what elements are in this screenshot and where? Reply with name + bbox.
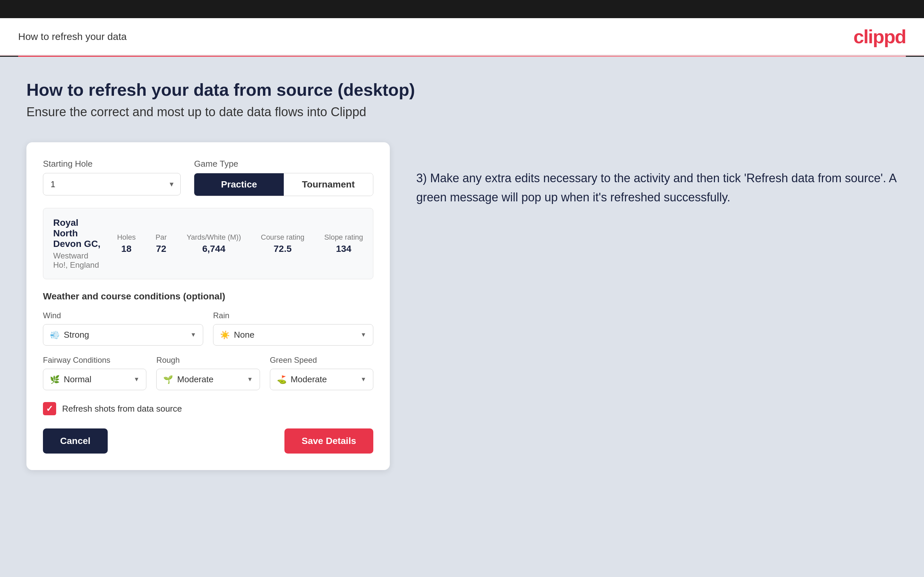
tournament-button[interactable]: Tournament [284,173,373,196]
form-card: Starting Hole 1 2 10 ▼ Game Type Practic… [26,142,390,470]
rain-icon: ☀️ [220,330,230,340]
fairway-group: Fairway Conditions 🌿 Normal ▼ [43,356,146,390]
wind-value: Strong [64,330,186,340]
course-row: Royal North Devon GC, Westward Ho!, Engl… [43,208,373,279]
rain-chevron-icon: ▼ [360,331,367,338]
par-label: Par [156,233,167,242]
header: How to refresh your data clippd [0,18,924,56]
slope-rating-value: 134 [325,243,363,254]
rough-value: Moderate [177,374,243,385]
fairway-chevron-icon: ▼ [134,376,140,383]
par-value: 72 [156,243,167,254]
practice-button[interactable]: Practice [194,173,283,196]
green-speed-group: Green Speed ⛳ Moderate ▼ [270,356,373,390]
holes-label: Holes [117,233,136,242]
weather-section-title: Weather and course conditions (optional) [43,291,373,302]
course-stats: Holes 18 Par 72 Yards/White (M)) 6,744 C… [117,233,363,254]
refresh-checkbox-row: ✓ Refresh shots from data source [43,402,373,415]
fairway-select[interactable]: 🌿 Normal ▼ [43,369,146,390]
rough-group: Rough 🌱 Moderate ▼ [156,356,260,390]
cancel-button[interactable]: Cancel [43,429,108,453]
rough-label: Rough [156,356,260,365]
green-speed-label: Green Speed [270,356,373,365]
wind-select[interactable]: 💨 Strong ▼ [43,324,203,346]
starting-hole-label: Starting Hole [43,159,181,169]
top-bar [0,0,924,18]
starting-hole-group: Starting Hole 1 2 10 ▼ [43,159,181,196]
footer: Copyright Clippd 2022 [0,569,924,577]
checkmark-icon: ✓ [46,404,53,414]
game-type-label: Game Type [194,159,373,169]
rain-value: None [234,330,357,340]
wind-conditions-row: Wind 💨 Strong ▼ Rain ☀️ None ▼ [43,311,373,346]
rain-group: Rain ☀️ None ▼ [213,311,373,346]
course-name: Royal North Devon GC, [53,218,104,249]
top-form-row: Starting Hole 1 2 10 ▼ Game Type Practic… [43,159,373,196]
rain-label: Rain [213,311,373,320]
button-row: Cancel Save Details [43,429,373,453]
wind-group: Wind 💨 Strong ▼ [43,311,203,346]
fairway-value: Normal [64,374,130,385]
side-description: 3) Make any extra edits necessary to the… [416,169,898,206]
green-speed-value: Moderate [291,374,357,385]
page-title: How to refresh your data from source (de… [26,80,898,100]
par-stat: Par 72 [156,233,167,254]
slope-rating-label: Slope rating [325,233,363,242]
wind-chevron-icon: ▼ [190,331,196,338]
wind-label: Wind [43,311,203,320]
course-rating-value: 72.5 [261,243,305,254]
content-area: Starting Hole 1 2 10 ▼ Game Type Practic… [26,142,898,470]
starting-hole-select[interactable]: 1 2 10 [43,173,181,195]
save-button[interactable]: Save Details [284,429,373,453]
course-rating-stat: Course rating 72.5 [261,233,305,254]
fairway-icon: 🌿 [50,375,60,384]
rough-chevron-icon: ▼ [247,376,253,383]
holes-stat: Holes 18 [117,233,136,254]
slope-rating-stat: Slope rating 134 [325,233,363,254]
yards-stat: Yards/White (M)) 6,744 [187,233,241,254]
side-text-area: 3) Make any extra edits necessary to the… [416,142,898,206]
game-type-toggle: Practice Tournament [194,173,373,196]
refresh-label: Refresh shots from data source [62,404,182,414]
logo: clippd [853,26,906,48]
rain-select[interactable]: ☀️ None ▼ [213,324,373,346]
green-speed-select[interactable]: ⛳ Moderate ▼ [270,369,373,390]
green-speed-chevron-icon: ▼ [360,376,367,383]
course-location: Westward Ho!, England [53,251,104,270]
wind-icon: 💨 [50,330,60,340]
green-speed-icon: ⛳ [277,375,287,384]
main-content: How to refresh your data from source (de… [0,57,924,569]
fairway-label: Fairway Conditions [43,356,146,365]
holes-value: 18 [117,243,136,254]
course-rating-label: Course rating [261,233,305,242]
rough-select[interactable]: 🌱 Moderate ▼ [156,369,260,390]
game-type-group: Game Type Practice Tournament [194,159,373,196]
yards-label: Yards/White (M)) [187,233,241,242]
page-subtitle: Ensure the correct and most up to date d… [26,105,898,119]
rough-icon: 🌱 [163,375,173,384]
header-title: How to refresh your data [18,31,127,42]
course-info: Royal North Devon GC, Westward Ho!, Engl… [53,218,104,270]
starting-hole-select-wrapper: 1 2 10 ▼ [43,173,181,195]
yards-value: 6,744 [187,243,241,254]
conditions-grid: Fairway Conditions 🌿 Normal ▼ Rough 🌱 Mo… [43,356,373,390]
refresh-checkbox[interactable]: ✓ [43,402,56,415]
